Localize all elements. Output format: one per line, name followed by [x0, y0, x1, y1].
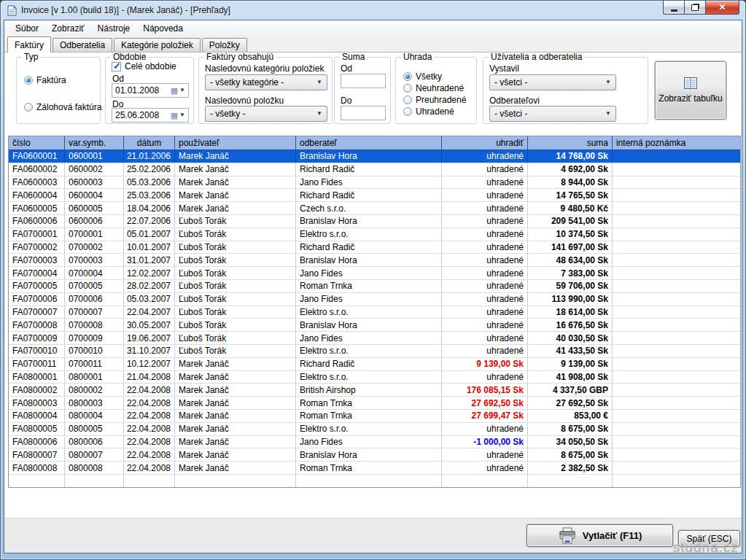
cell-datum: 22.04.2008: [124, 410, 175, 422]
column-header-datum[interactable]: dátum: [124, 136, 175, 149]
cell-cislo: FA0700006: [9, 293, 65, 306]
radio-vsetky[interactable]: Všetky: [403, 71, 442, 82]
cell-odberatel: Branislav Hora: [296, 448, 442, 461]
cell-poznamka: [613, 462, 740, 474]
kategoria-label: Nasledovnú kategóriu položiek: [205, 63, 324, 74]
table-row[interactable]: FA0600002060000225.02.2006Marek JanáčRic…: [9, 163, 740, 176]
radio-neuhradene[interactable]: Neuhradené: [403, 83, 464, 93]
date-to-picker[interactable]: ▦ ▼: [171, 112, 185, 120]
cell-suma: 18 614,00 Sk: [528, 306, 613, 319]
print-button[interactable]: Vytlačiť (F11): [527, 524, 673, 547]
cell-poznamka: [613, 423, 740, 435]
cell-uhradit: 27 699,47 Sk: [442, 410, 528, 422]
cell-varsymb: 0700003: [65, 254, 124, 266]
column-header-varsymb[interactable]: var.symb.: [65, 136, 124, 149]
cell-pouzivatel: Marek Janáč: [175, 150, 296, 163]
menu-bar: Súbor Zobraziť Nástroje Nápoveda: [4, 20, 742, 36]
table-row[interactable]: FA0600003060000305.03.2006Marek JanáčJan…: [9, 176, 740, 190]
group-suma: Suma Od Do: [334, 57, 391, 124]
odberatelovi-combobox[interactable]: - všetci - ▼: [489, 106, 616, 122]
tab-faktury[interactable]: Faktúry: [7, 36, 51, 52]
radio-preuhradene[interactable]: Preuhradené: [403, 95, 466, 105]
polozka-combobox[interactable]: - všetky - ▼: [205, 106, 327, 122]
cell-odberatel: Elektro s.r.o.: [296, 345, 442, 357]
tab-kategorie-poloziek[interactable]: Kategórie položiek: [114, 38, 201, 52]
minimize-button[interactable]: [663, 1, 684, 15]
date-to-field[interactable]: 25.06.2008 ▦ ▼: [112, 108, 189, 122]
table-row[interactable]: FA0700001070000105.01.2007Ľuboš TorákEle…: [9, 228, 740, 241]
table-row[interactable]: FA0700011070001110.12.2007Marek JanáčRic…: [9, 358, 740, 371]
cell-suma: 40 030,50 Sk: [528, 332, 613, 344]
table-row[interactable]: FA0700007070000722.04.2007Ľuboš TorákEle…: [9, 306, 740, 319]
table-row[interactable]: FA0800007080000722.04.2008Marek JanáčBra…: [9, 448, 740, 462]
table-row[interactable]: FA0700004070000412.02.2007Ľuboš TorákJan…: [9, 267, 740, 280]
cell-datum: 22.04.2007: [124, 306, 175, 319]
table-row[interactable]: FA0700002070000210.01.2007Ľuboš TorákRic…: [9, 241, 740, 254]
date-from-picker[interactable]: ▦ ▼: [171, 87, 185, 95]
radio-zalohova-faktura[interactable]: Zálohová faktúra: [24, 102, 101, 112]
table-row[interactable]: FA0700010070001031.10.2007Ľuboš TorákEle…: [9, 345, 740, 358]
table-row[interactable]: FA0600004060000425.03.2006Marek JanáčRic…: [9, 189, 740, 202]
cell-suma: 209 541,00 Sk: [528, 215, 613, 228]
group-uhrada-legend: Úhrada: [401, 52, 434, 62]
table-row[interactable]: FA0600005060000518.04.2006Marek JanáčCze…: [9, 202, 740, 215]
cell-cislo: FA0800006: [9, 436, 65, 448]
table-row[interactable]: FA0800003080000322.04.2008Marek JanáčRom…: [9, 397, 740, 410]
cell-poznamka: [613, 150, 740, 163]
table-row[interactable]: FA0700005070000528.02.2007Ľuboš TorákRom…: [9, 280, 740, 293]
cell-uhradit: uhradené: [442, 176, 528, 189]
table-row[interactable]: FA0700006070000605.03.2007Ľuboš TorákJan…: [9, 293, 740, 306]
cell-cislo: FA0800002: [9, 384, 65, 396]
suma-od-input[interactable]: [341, 74, 386, 88]
close-button[interactable]: ✕: [705, 1, 739, 15]
vystavil-combobox[interactable]: - všetci - ▼: [489, 74, 616, 90]
cell-suma: 16 676,50 Sk: [528, 319, 613, 331]
cell-suma: 14 765,50 Sk: [528, 189, 613, 201]
table-row[interactable]: FA0700008070000830.05.2007Ľuboš TorákBra…: [9, 319, 740, 332]
radio-uhradene[interactable]: Uhradené: [403, 106, 454, 117]
suma-do-input[interactable]: [341, 106, 386, 120]
table-row[interactable]: FA0800004080000422.04.2008Marek JanáčRom…: [9, 410, 740, 423]
table-row[interactable]: FA0800001080000121.04.2008Marek JanáčEle…: [9, 371, 740, 384]
table-row[interactable]: FA0700009070000919.06.2007Ľuboš TorákJan…: [9, 332, 740, 345]
column-header-cislo[interactable]: číslo: [9, 136, 65, 149]
table-row-empty[interactable]: [9, 475, 740, 488]
table-row[interactable]: FA0800008080000822.04.2008Marek JanáčRom…: [9, 462, 740, 475]
table-row[interactable]: FA0700003070000331.01.2007Ľuboš TorákBra…: [9, 254, 740, 267]
obdobie-od-label: Od: [112, 74, 124, 84]
column-header-interna-poznamka[interactable]: interná poznámka: [613, 136, 740, 149]
chevron-down-icon: ▼: [179, 112, 185, 118]
cell-datum: [124, 475, 175, 487]
invoice-table: číslo var.symb. dátum používateľ odberat…: [8, 136, 741, 488]
table-row[interactable]: FA0800002080000222.04.2008Marek JanáčBri…: [9, 384, 740, 397]
date-from-field[interactable]: 01.01.2008 ▦ ▼: [112, 83, 189, 98]
restore-button[interactable]: [684, 1, 705, 15]
column-header-uhradit[interactable]: uhradiť: [442, 136, 528, 149]
tab-odberatelia[interactable]: Odberatelia: [53, 38, 112, 52]
table-row[interactable]: FA0800005080000522.04.2008Marek JanáčEle…: [9, 423, 740, 436]
cell-varsymb: 0800001: [65, 371, 124, 384]
menu-item-subor[interactable]: Súbor: [9, 21, 45, 36]
menu-item-zobrazit[interactable]: Zobraziť: [45, 21, 91, 36]
kategoria-combobox[interactable]: - všetky kategórie - ▼: [205, 74, 327, 90]
table-row[interactable]: FA0800006080000622.04.2008Marek JanáčJan…: [9, 436, 740, 449]
cell-suma: 10 374,50 Sk: [528, 228, 613, 241]
cell-varsymb: 0700007: [65, 306, 124, 319]
radio-uhradene-label: Uhradené: [416, 106, 454, 117]
table-row[interactable]: FA0600006060000622.07.2006Ľuboš TorákBra…: [9, 215, 740, 228]
tab-polozky[interactable]: Položky: [202, 38, 247, 52]
menu-item-napoveda[interactable]: Nápoveda: [136, 21, 190, 36]
cell-datum: 30.05.2007: [124, 319, 175, 331]
column-header-pouzivatel[interactable]: používateľ: [175, 136, 296, 149]
table-row[interactable]: FA0600001060000121.01.2006Marek JanáčBra…: [9, 150, 740, 163]
checkbox-cele-obdobie[interactable]: Celé obdobie: [112, 61, 176, 71]
radio-vsetky-icon: [403, 72, 412, 81]
column-header-odberatel[interactable]: odberateľ: [296, 136, 442, 149]
column-header-suma[interactable]: suma: [528, 136, 613, 149]
cell-poznamka: [613, 280, 740, 292]
cell-datum: 22.04.2008: [124, 423, 175, 435]
radio-faktura[interactable]: Faktúra: [24, 75, 66, 85]
show-table-button[interactable]: Zobraziť tabuľku: [655, 61, 726, 120]
cell-datum: 19.06.2007: [124, 332, 175, 344]
menu-item-nastroje[interactable]: Nástroje: [91, 21, 137, 36]
